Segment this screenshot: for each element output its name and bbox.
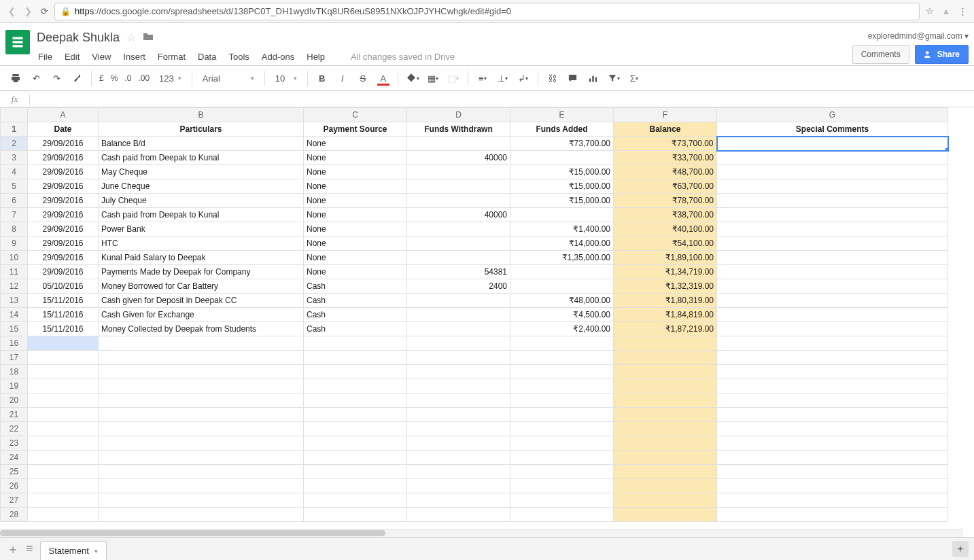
lock-icon: 🔒 — [60, 7, 71, 16]
nav-reload-icon[interactable]: ⟳ — [38, 5, 50, 18]
more-formats-dropdown[interactable]: 123▾ — [154, 69, 186, 87]
fill-color-icon[interactable]: ▾ — [404, 69, 421, 88]
functions-icon[interactable]: Σ▾ — [625, 69, 643, 88]
font-size-dropdown[interactable]: 10▾ — [271, 69, 302, 87]
svg-rect-5 — [593, 75, 595, 82]
increase-decimal-button[interactable]: .00 — [136, 73, 152, 83]
app-header: Deepak Shukla ☆ FileEditViewInsertFormat… — [0, 23, 974, 65]
print-icon[interactable] — [7, 69, 24, 88]
drive-cloud-icon[interactable]: ▲ — [940, 5, 952, 18]
svg-rect-6 — [595, 77, 597, 82]
bold-icon[interactable]: B — [313, 69, 331, 88]
nav-back-icon[interactable]: ❮ — [5, 5, 18, 18]
v-align-icon[interactable]: ⊥▾ — [494, 69, 512, 88]
menu-insert[interactable]: Insert — [123, 52, 145, 62]
menu-add-ons[interactable]: Add-ons — [262, 52, 294, 62]
h-align-icon[interactable]: ≡▾ — [474, 69, 491, 88]
filter-icon[interactable]: ▾ — [605, 69, 623, 88]
italic-icon[interactable]: I — [334, 69, 351, 88]
menu-format[interactable]: Format — [158, 52, 186, 62]
decrease-decimal-button[interactable]: .0 — [122, 73, 133, 83]
formula-bar: fx — [0, 91, 974, 107]
comments-button[interactable]: Comments — [852, 45, 909, 64]
svg-rect-1 — [13, 41, 23, 43]
menu-tools[interactable]: Tools — [228, 52, 249, 62]
star-icon[interactable]: ☆ — [126, 31, 136, 44]
document-title[interactable]: Deepak Shukla — [37, 31, 120, 45]
menu-file[interactable]: File — [38, 52, 52, 62]
save-status: All changes saved in Drive — [351, 52, 455, 62]
merge-cells-icon[interactable]: ⬚▾ — [445, 69, 462, 88]
fx-label: fx — [0, 94, 30, 105]
insert-comment-icon[interactable] — [564, 69, 582, 88]
share-button[interactable]: Share — [915, 45, 969, 64]
insert-chart-icon[interactable] — [585, 69, 602, 88]
menu-data[interactable]: Data — [198, 52, 216, 62]
svg-rect-0 — [13, 37, 23, 39]
paint-format-icon[interactable] — [68, 69, 86, 88]
menu-help[interactable]: Help — [307, 52, 325, 62]
url-bar[interactable]: 🔒 https://docs.google.com/spreadsheets/d… — [54, 3, 920, 20]
sheets-app-icon[interactable] — [5, 30, 30, 54]
menu-bar: FileEditViewInsertFormatDataToolsAdd-ons… — [37, 48, 852, 65]
format-toolbar: ↶ ↷ £ % .0 .00 123▾ Arial▾ 10▾ B I S A ▾… — [0, 65, 974, 91]
nav-forward-icon[interactable]: ❯ — [22, 5, 34, 18]
percent-button[interactable]: % — [109, 73, 120, 83]
formula-input[interactable] — [30, 91, 974, 107]
undo-icon[interactable]: ↶ — [27, 69, 45, 88]
borders-icon[interactable]: ▦▾ — [424, 69, 442, 88]
insert-link-icon[interactable]: ⛓ — [544, 69, 561, 88]
menu-view[interactable]: View — [92, 52, 111, 62]
browser-toolbar: ❮ ❯ ⟳ 🔒 https://docs.google.com/spreadsh… — [0, 0, 974, 23]
bookmark-star-icon[interactable]: ☆ — [924, 5, 936, 18]
user-account[interactable]: exploredmind@gmail.com ▾ — [852, 31, 969, 41]
currency-pound-button[interactable]: £ — [97, 73, 106, 83]
font-family-dropdown[interactable]: Arial▾ — [198, 69, 259, 87]
redo-icon[interactable]: ↷ — [48, 69, 65, 88]
svg-rect-2 — [13, 45, 23, 47]
svg-rect-4 — [589, 78, 591, 82]
svg-point-3 — [926, 51, 929, 54]
strikethrough-icon[interactable]: S — [354, 69, 372, 88]
text-color-icon[interactable]: A — [375, 69, 392, 88]
browser-menu-icon[interactable]: ⋮ — [956, 5, 969, 18]
menu-edit[interactable]: Edit — [65, 52, 80, 62]
text-wrap-icon[interactable]: ↲▾ — [515, 69, 532, 88]
folder-icon[interactable] — [143, 32, 154, 43]
